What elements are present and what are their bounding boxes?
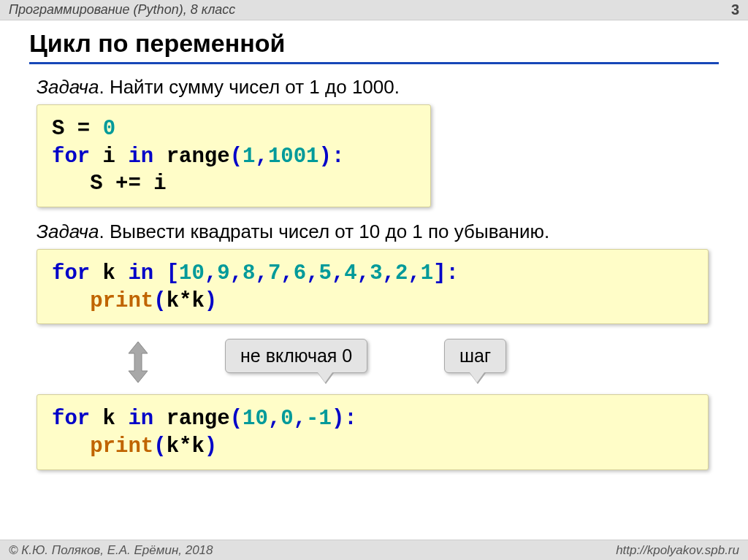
footer-url: http://kpolyakov.spb.ru	[616, 543, 739, 558]
task-2: Задача. Вывести квадраты чисел от 10 до …	[37, 220, 728, 243]
callout-not-including-zero: не включая 0	[225, 339, 367, 373]
slide: Программирование (Python), 8 класс 3 Цик…	[0, 0, 748, 560]
task-1: Задача. Найти сумму чисел от 1 до 1000.	[37, 76, 728, 99]
task-1-text: . Найти сумму чисел от 1 до 1000.	[99, 76, 400, 98]
footer-copyright: © К.Ю. Поляков, Е.А. Ерёмин, 2018	[9, 543, 213, 558]
header-bar: Программирование (Python), 8 класс 3	[0, 0, 748, 20]
task-2-label: Задача	[37, 220, 99, 242]
code-block-3: for k in range(10,0,-1): print(k*k)	[37, 394, 709, 469]
slide-content: Задача. Найти сумму чисел от 1 до 1000. …	[37, 70, 728, 483]
code-block-1: S = 0 for i in range(1,1001): S += i	[37, 104, 431, 207]
task-1-label: Задача	[37, 76, 99, 98]
callout-1-text: не включая 0	[240, 345, 352, 366]
slide-title: Цикл по переменной	[29, 29, 719, 64]
callout-step: шаг	[444, 339, 506, 373]
equivalence-arrow-icon	[126, 342, 150, 383]
course-title: Программирование (Python), 8 класс	[9, 2, 235, 18]
footer-bar: © К.Ю. Поляков, Е.А. Ерёмин, 2018 http:/…	[0, 540, 748, 560]
annotation-row: не включая 0 шаг	[37, 337, 709, 390]
code-block-2: for k in [10,9,8,7,6,5,4,3,2,1]: print(k…	[37, 249, 709, 324]
svg-marker-0	[129, 342, 148, 383]
callout-2-text: шаг	[459, 345, 491, 366]
page-number: 3	[731, 1, 739, 18]
task-2-text: . Вывести квадраты чисел от 10 до 1 по у…	[99, 220, 549, 242]
